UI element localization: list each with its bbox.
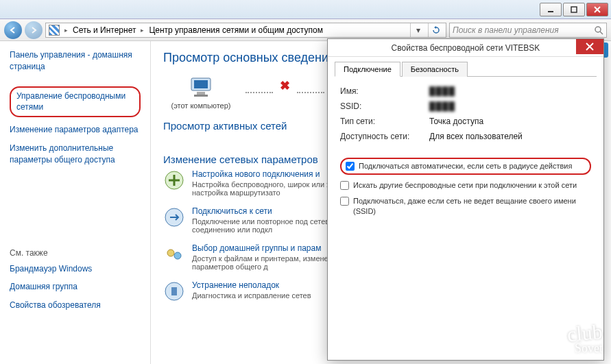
search-placeholder: Поиск в панели управления xyxy=(453,25,559,35)
checkbox-auto-connect[interactable]: Подключаться автоматически, если сеть в … xyxy=(340,158,591,175)
forward-button[interactable] xyxy=(25,21,43,39)
dialog-content: Имя: ████ SSID: ████ Тип сети: Точка дос… xyxy=(335,77,597,231)
tab-connection[interactable]: Подключение xyxy=(335,62,400,77)
seealso-heading: См. также xyxy=(10,248,141,258)
computer-icon xyxy=(163,75,239,99)
homegroup-icon xyxy=(163,243,185,265)
maximize-button[interactable] xyxy=(563,3,585,16)
checkbox-label: Подключаться, даже если сеть не ведет ве… xyxy=(353,196,591,217)
wireless-properties-dialog: Свойства беспроводной сети VITEBSK Подкл… xyxy=(327,38,604,361)
refresh-icon[interactable] xyxy=(428,23,443,37)
prop-ssid-label: SSID: xyxy=(340,101,429,111)
dialog-title: Свойства беспроводной сети VITEBSK xyxy=(392,43,540,53)
search-input[interactable]: Поиск в панели управления xyxy=(449,23,607,38)
checkbox-label: Искать другие беспроводные сети при подк… xyxy=(353,180,577,191)
checkbox-label: Подключаться автоматически, если сеть в … xyxy=(359,161,572,171)
prop-type-value: Точка доступа xyxy=(429,117,483,126)
prop-name-value: ████ xyxy=(429,86,455,96)
seealso-browser[interactable]: Свойства обозревателя xyxy=(10,300,141,311)
sidebar-link-adapter[interactable]: Изменение параметров адаптера xyxy=(10,124,141,136)
sidebar-link-sharing[interactable]: Изменить дополнительные параметры общего… xyxy=(10,143,141,166)
dropdown-arrow-icon[interactable]: ▾ xyxy=(410,23,425,37)
svg-rect-7 xyxy=(194,80,208,88)
svg-rect-9 xyxy=(194,95,208,97)
control-panel-icon xyxy=(49,25,60,36)
disconnected-icon: ✖ xyxy=(280,78,290,93)
svg-rect-18 xyxy=(171,287,177,295)
node-this-computer: (этот компьютер) xyxy=(163,75,239,110)
tab-security[interactable]: Безопасность xyxy=(402,62,468,77)
svg-line-5 xyxy=(600,32,603,34)
prop-type-label: Тип сети: xyxy=(340,117,429,126)
node-label: (этот компьютер) xyxy=(163,101,239,110)
prop-avail-label: Доступность сети: xyxy=(340,132,429,141)
svg-rect-8 xyxy=(197,92,205,95)
close-button[interactable] xyxy=(586,3,608,16)
checkbox-input[interactable] xyxy=(346,162,355,171)
dialog-titlebar: Свойства беспроводной сети VITEBSK xyxy=(328,39,603,57)
task-desc: Диагностика и исправление сетев xyxy=(192,291,311,300)
dialog-body: Подключение Безопасность Имя: ████ SSID:… xyxy=(328,57,603,235)
svg-point-16 xyxy=(174,252,181,259)
connection-line xyxy=(245,92,273,93)
prop-avail-value: Для всех пользователей xyxy=(429,132,523,141)
seealso-homegroup[interactable]: Домашняя группа xyxy=(10,281,141,293)
new-connection-icon xyxy=(163,169,185,191)
dialog-close-button[interactable] xyxy=(576,39,603,54)
prop-name-label: Имя: xyxy=(340,86,429,96)
prop-ssid-value: ████ xyxy=(429,101,455,111)
minimize-button[interactable] xyxy=(540,3,562,16)
search-icon xyxy=(594,25,603,35)
checkbox-search-other[interactable]: Искать другие беспроводные сети при подк… xyxy=(340,180,591,191)
chevron-right-icon: ▸ xyxy=(62,27,70,34)
dialog-tabs: Подключение Безопасность xyxy=(335,61,597,77)
breadcrumb-item[interactable]: Центр управления сетями и общим доступом xyxy=(149,25,323,35)
address-bar[interactable]: ▸ Сеть и Интернет ▸ Центр управления сет… xyxy=(45,23,446,38)
svg-rect-1 xyxy=(571,7,577,12)
checkbox-hidden-ssid[interactable]: Подключаться, даже если сеть не ведет ве… xyxy=(340,196,591,217)
checkbox-input[interactable] xyxy=(340,181,349,190)
seealso-firewall[interactable]: Брандмауэр Windows xyxy=(10,263,141,275)
connect-icon xyxy=(163,206,185,228)
chevron-right-icon: ▸ xyxy=(139,27,146,34)
breadcrumb-item[interactable]: Сеть и Интернет xyxy=(73,25,136,35)
troubleshoot-icon xyxy=(163,280,185,302)
window-titlebar xyxy=(0,0,611,19)
checkbox-input[interactable] xyxy=(340,197,349,206)
task-title[interactable]: Устранение неполадок xyxy=(192,280,311,290)
sidebar-link-wireless[interactable]: Управление беспроводными сетями xyxy=(10,86,141,118)
svg-point-15 xyxy=(167,250,174,256)
sidebar: Панель управления - домашняя страница Уп… xyxy=(0,41,151,364)
svg-point-4 xyxy=(595,27,601,32)
connection-line xyxy=(297,92,324,93)
sidebar-home-link[interactable]: Панель управления - домашняя страница xyxy=(10,49,141,73)
back-button[interactable] xyxy=(4,21,22,39)
